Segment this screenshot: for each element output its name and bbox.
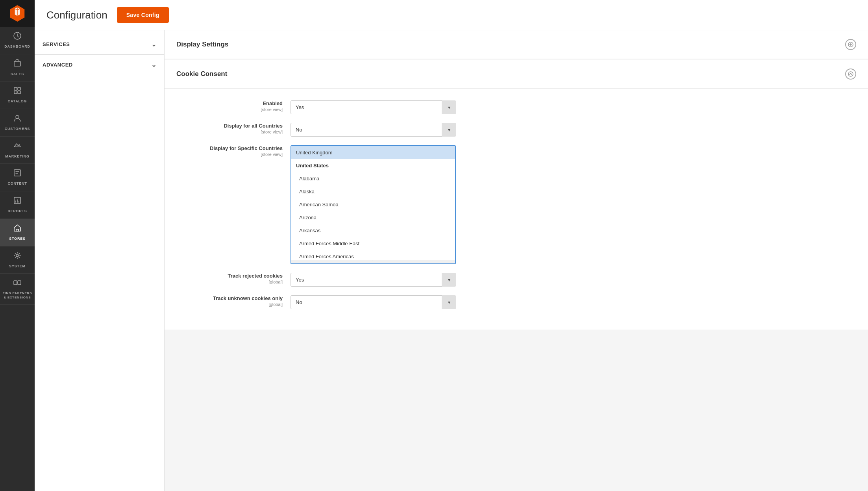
display-specific-countries-row: Display for Specific Countries [store vi… (176, 145, 856, 264)
track-unknown-row: Track unknown cookies only [global] No Y… (176, 295, 856, 309)
stores-icon (13, 224, 22, 235)
sidebar-item-reports[interactable]: REPORTS (0, 191, 35, 219)
system-icon (13, 251, 22, 262)
display-specific-countries-label: Display for Specific Countries (176, 145, 283, 151)
magento-logo (0, 0, 35, 27)
list-item-american-samoa[interactable]: American Samoa (291, 198, 455, 211)
track-unknown-control: No Yes ▾ (291, 295, 456, 309)
multiselect-resize-handle[interactable]: ⋮ (291, 260, 455, 263)
list-item-us[interactable]: United States (291, 159, 455, 172)
svg-rect-9 (16, 229, 19, 231)
left-panel: SERVICES ⌄ ADVANCED ⌄ (35, 30, 165, 491)
enabled-select[interactable]: Yes No (291, 100, 456, 114)
display-specific-countries-label-group: Display for Specific Countries [store vi… (176, 145, 291, 157)
sidebar: DASHBOARD SALES CATALOG CUSTOMERS MARKET… (0, 0, 35, 491)
track-unknown-label-group: Track unknown cookies only [global] (176, 295, 291, 307)
cookie-consent-title: Cookie Consent (176, 70, 227, 78)
countries-multiselect[interactable]: United Kingdom United States Alabama Ala… (291, 145, 456, 264)
sidebar-item-sales-label: SALES (11, 72, 24, 77)
track-unknown-select-wrap: No Yes ▾ (291, 295, 456, 309)
track-rejected-scope: [global] (176, 280, 283, 284)
display-all-countries-row: Display for all Countries [store view] N… (176, 123, 856, 137)
sidebar-item-customers[interactable]: CUSTOMERS (0, 109, 35, 137)
display-all-countries-control: No Yes ▾ (291, 123, 456, 137)
accordion-services-header[interactable]: SERVICES ⌄ (35, 34, 164, 54)
svg-rect-3 (18, 87, 20, 90)
display-all-countries-select[interactable]: No Yes (291, 123, 456, 137)
marketing-icon (13, 141, 22, 152)
sidebar-item-stores[interactable]: STORES (0, 219, 35, 246)
accordion-advanced: ADVANCED ⌄ (35, 55, 164, 75)
sidebar-item-find-partners[interactable]: FIND PARTNERS & EXTENSIONS (0, 274, 35, 305)
list-item-armed-forces-middle-east[interactable]: Armed Forces Middle East (291, 237, 455, 250)
right-panel: Display Settings Cookie Consent (165, 30, 868, 491)
track-rejected-select-wrap: Yes No ▾ (291, 273, 456, 287)
svg-rect-2 (14, 87, 17, 90)
track-unknown-select[interactable]: No Yes (291, 295, 456, 309)
dashboard-icon (13, 31, 22, 43)
display-all-countries-label-group: Display for all Countries [store view] (176, 123, 291, 134)
track-rejected-select[interactable]: Yes No (291, 273, 456, 287)
svg-rect-12 (18, 281, 21, 285)
page-header: Configuration Save Config (35, 0, 868, 30)
sidebar-item-sales[interactable]: SALES (0, 54, 35, 82)
sidebar-item-catalog-label: CATALOG (8, 99, 27, 104)
track-rejected-row: Track rejected cookies [global] Yes No ▾ (176, 273, 856, 287)
svg-rect-5 (18, 91, 20, 94)
sidebar-item-customers-label: CUSTOMERS (5, 127, 30, 132)
enabled-control: Yes No ▾ (291, 100, 456, 114)
track-rejected-label-group: Track rejected cookies [global] (176, 273, 291, 284)
content-area: SERVICES ⌄ ADVANCED ⌄ Display Settings (35, 30, 868, 491)
sidebar-item-dashboard-label: DASHBOARD (4, 44, 30, 49)
page-title: Configuration (46, 9, 107, 21)
sidebar-item-marketing-label: MARKETING (5, 154, 30, 159)
enabled-label-group: Enabled [store view] (176, 100, 291, 112)
sidebar-item-marketing[interactable]: MARKETING (0, 137, 35, 164)
sidebar-item-reports-label: REPORTS (7, 209, 27, 214)
save-config-button[interactable]: Save Config (117, 7, 169, 23)
display-settings-toggle[interactable] (845, 39, 856, 50)
catalog-icon (13, 86, 22, 97)
resize-dots-icon: ⋮ (371, 260, 376, 264)
enabled-label: Enabled (176, 100, 283, 106)
list-item-armed-forces-americas[interactable]: Armed Forces Americas (291, 250, 455, 260)
list-item-alabama[interactable]: Alabama (291, 172, 455, 185)
accordion-services-label: SERVICES (43, 41, 70, 47)
list-item-arizona[interactable]: Arizona (291, 211, 455, 224)
display-all-countries-label: Display for all Countries (176, 123, 283, 129)
accordion-advanced-header[interactable]: ADVANCED ⌄ (35, 55, 164, 75)
sidebar-item-system-label: SYSTEM (9, 264, 26, 269)
list-item-uk[interactable]: United Kingdom (291, 146, 455, 159)
sidebar-item-dashboard[interactable]: DASHBOARD (0, 27, 35, 54)
countries-list: United Kingdom United States Alabama Ala… (291, 146, 455, 260)
cookie-consent-toggle[interactable] (845, 69, 856, 80)
track-rejected-control: Yes No ▾ (291, 273, 456, 287)
enabled-select-wrap: Yes No ▾ (291, 100, 456, 114)
sidebar-item-find-partners-label: FIND PARTNERS & EXTENSIONS (2, 291, 33, 300)
svg-rect-11 (14, 281, 17, 285)
track-rejected-label: Track rejected cookies (176, 273, 283, 279)
sidebar-item-content[interactable]: CONTENT (0, 164, 35, 191)
main-area: Configuration Save Config SERVICES ⌄ ADV… (35, 0, 868, 491)
sales-icon (13, 59, 22, 70)
accordion-services-arrow: ⌄ (151, 41, 157, 48)
track-unknown-scope: [global] (176, 302, 283, 307)
sidebar-item-catalog[interactable]: CATALOG (0, 82, 35, 109)
cookie-consent-header: Cookie Consent (165, 60, 868, 89)
sidebar-item-system[interactable]: SYSTEM (0, 246, 35, 274)
svg-rect-1 (14, 61, 20, 66)
sidebar-item-stores-label: STORES (9, 237, 26, 241)
svg-point-6 (16, 115, 19, 119)
display-specific-countries-control: United Kingdom United States Alabama Ala… (291, 145, 456, 264)
accordion-advanced-label: ADVANCED (43, 62, 73, 68)
enabled-scope: [store view] (176, 107, 283, 112)
reports-icon (13, 196, 22, 207)
find-partners-icon (13, 278, 22, 289)
cookie-consent-form: Enabled [store view] Yes No ▾ (165, 89, 868, 330)
enabled-row: Enabled [store view] Yes No ▾ (176, 100, 856, 114)
list-item-alaska[interactable]: Alaska (291, 185, 455, 198)
cookie-consent-section: Cookie Consent Enabled [store view] (165, 60, 868, 330)
sidebar-item-content-label: CONTENT (7, 182, 27, 186)
display-all-countries-select-wrap: No Yes ▾ (291, 123, 456, 137)
list-item-arkansas[interactable]: Arkansas (291, 224, 455, 237)
